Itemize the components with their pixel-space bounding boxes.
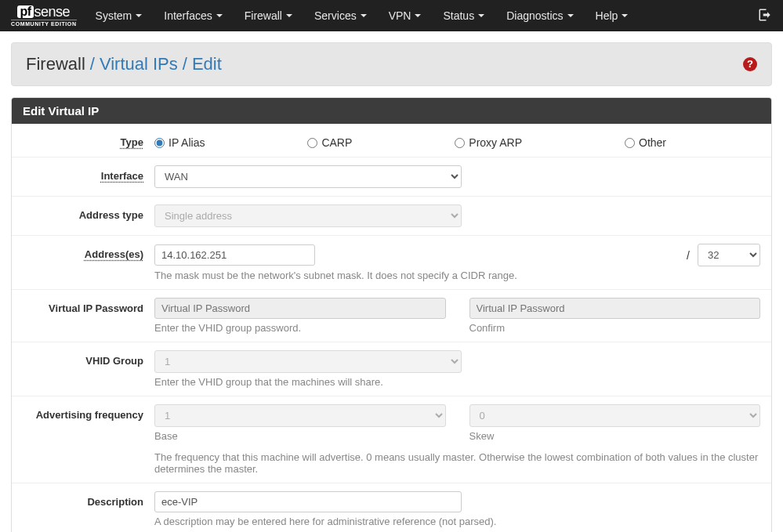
address-help: The mask must be the network's subnet ma…: [154, 270, 760, 281]
radio-ip-alias[interactable]: IP Alias: [154, 136, 205, 149]
breadcrumb-edit[interactable]: Edit: [192, 54, 222, 74]
vip-password-input: [154, 298, 446, 319]
label-vhid-group: VHID Group: [12, 350, 154, 367]
label-interface: Interface: [12, 165, 154, 182]
address-type-select: Single address: [154, 204, 462, 227]
breadcrumb-root: Firewall: [26, 54, 85, 74]
nav-firewall[interactable]: Firewall: [234, 9, 303, 22]
nav-vpn[interactable]: VPN: [378, 9, 433, 22]
brand-sense: sense: [34, 5, 71, 19]
label-description: Description: [12, 491, 154, 508]
adv-freq-skew-label: Skew: [469, 430, 761, 442]
interface-select[interactable]: WAN: [154, 165, 462, 188]
chevron-down-icon: [415, 14, 421, 17]
adv-freq-base-select: 1: [154, 404, 446, 427]
chevron-down-icon: [216, 14, 223, 17]
radio-carp[interactable]: CARP: [307, 136, 352, 149]
top-navbar: pf sense COMMUNITY EDITION System Interf…: [0, 0, 783, 31]
panel-title: Edit Virtual IP: [12, 98, 771, 124]
label-type: Type: [12, 132, 154, 148]
radio-other[interactable]: Other: [625, 136, 666, 149]
nav-status[interactable]: Status: [432, 9, 495, 22]
nav-interfaces[interactable]: Interfaces: [153, 9, 233, 22]
adv-freq-help: The frequency that this machine will adv…: [154, 451, 760, 475]
logout-icon[interactable]: [758, 8, 772, 24]
vhid-help: Enter the VHID group that the machines w…: [154, 376, 760, 388]
label-adv-freq: Advertising frequency: [12, 404, 154, 421]
chevron-down-icon: [286, 14, 292, 17]
vip-password-confirm-input: [469, 298, 761, 319]
edit-virtual-ip-panel: Edit Virtual IP Type IP Alias CARP Proxy…: [11, 97, 772, 532]
brand-pf: pf: [17, 5, 33, 18]
label-addresses: Address(es): [12, 244, 154, 260]
nav-services[interactable]: Services: [303, 9, 378, 22]
subnet-slash: /: [687, 249, 690, 262]
vip-password-confirm-help: Confirm: [469, 322, 761, 334]
adv-freq-base-label: Base: [154, 430, 446, 442]
vhid-group-select: 1: [154, 350, 462, 373]
brand-logo[interactable]: pf sense COMMUNITY EDITION: [11, 5, 77, 27]
chevron-down-icon: [567, 14, 574, 17]
breadcrumb: Firewall / Virtual IPs / Edit ?: [11, 42, 772, 86]
subnet-mask-select[interactable]: 32: [698, 244, 760, 266]
nav-diagnostics[interactable]: Diagnostics: [495, 9, 584, 22]
label-vip-password: Virtual IP Password: [12, 298, 154, 314]
description-help: A description may be entered here for ad…: [154, 516, 760, 527]
nav-system[interactable]: System: [85, 9, 154, 22]
vip-password-help: Enter the VHID group password.: [154, 322, 446, 334]
chevron-down-icon: [361, 14, 367, 17]
address-input[interactable]: [154, 244, 315, 266]
chevron-down-icon: [136, 14, 142, 17]
main-nav: System Interfaces Firewall Services VPN …: [85, 9, 640, 22]
brand-subtitle: COMMUNITY EDITION: [11, 20, 77, 27]
chevron-down-icon: [478, 14, 484, 17]
radio-proxy-arp[interactable]: Proxy ARP: [455, 136, 522, 149]
help-icon[interactable]: ?: [743, 57, 757, 71]
chevron-down-icon: [622, 14, 628, 17]
nav-help[interactable]: Help: [585, 9, 640, 22]
description-input[interactable]: [154, 491, 462, 512]
adv-freq-skew-select: 0: [469, 404, 761, 427]
label-address-type: Address type: [12, 204, 154, 221]
breadcrumb-virtual-ips[interactable]: Virtual IPs: [100, 54, 178, 74]
